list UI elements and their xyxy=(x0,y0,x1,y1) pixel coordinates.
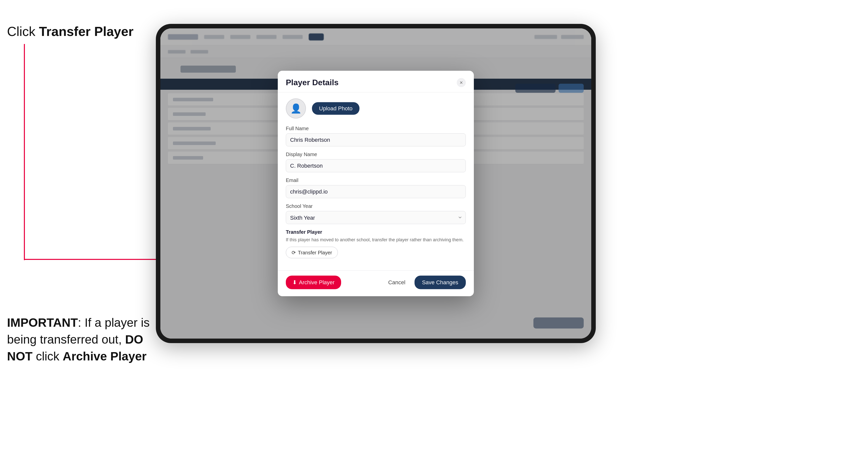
email-group: Email xyxy=(286,178,466,198)
school-year-group: School Year Sixth Year First Year Second… xyxy=(286,203,466,224)
transfer-player-button[interactable]: ⟳ Transfer Player xyxy=(286,247,338,258)
archive-label: Archive Player xyxy=(63,350,147,363)
full-name-input[interactable] xyxy=(286,133,466,147)
display-name-label: Display Name xyxy=(286,152,466,157)
transfer-section-description: If this player has moved to another scho… xyxy=(286,237,466,243)
archive-icon: ⬇ xyxy=(292,279,297,286)
transfer-section: Transfer Player If this player has moved… xyxy=(286,229,466,258)
transfer-section-label: Transfer Player xyxy=(286,229,466,235)
instruction-text-4: click xyxy=(32,350,63,363)
player-details-modal: Player Details × 👤 Upload Photo Full Nam… xyxy=(278,71,474,296)
email-input[interactable] xyxy=(286,185,466,198)
full-name-group: Full Name xyxy=(286,126,466,147)
school-year-label: School Year xyxy=(286,203,466,209)
modal-body: 👤 Upload Photo Full Name Display Name Em… xyxy=(278,93,474,271)
modal-header: Player Details × xyxy=(278,71,474,93)
archive-player-button[interactable]: ⬇ Archive Player xyxy=(286,276,341,289)
avatar: 👤 xyxy=(286,98,306,119)
display-name-input[interactable] xyxy=(286,159,466,173)
modal-title: Player Details xyxy=(286,78,339,87)
email-label: Email xyxy=(286,178,466,183)
instruction-prefix: Click xyxy=(7,24,39,39)
save-changes-button[interactable]: Save Changes xyxy=(414,276,466,289)
school-year-select[interactable]: Sixth Year First Year Second Year Third … xyxy=(286,211,466,224)
modal-footer: ⬇ Archive Player Cancel Save Changes xyxy=(278,271,474,296)
full-name-label: Full Name xyxy=(286,126,466,131)
cancel-button[interactable]: Cancel xyxy=(383,276,410,289)
instruction-top: Click Transfer Player xyxy=(7,24,133,39)
instruction-bold: Transfer Player xyxy=(39,24,133,39)
photo-section: 👤 Upload Photo xyxy=(286,98,466,119)
instruction-bottom: IMPORTANT: If a player is being transfer… xyxy=(7,314,153,365)
annotation-line-vertical xyxy=(24,44,25,260)
modal-close-button[interactable]: × xyxy=(457,78,466,87)
upload-photo-button[interactable]: Upload Photo xyxy=(312,102,360,115)
important-label: IMPORTANT xyxy=(7,316,78,329)
tablet-screen: Player Details × 👤 Upload Photo Full Nam… xyxy=(160,28,591,339)
transfer-button-label: Transfer Player xyxy=(298,250,332,255)
transfer-icon: ⟳ xyxy=(291,250,296,256)
tablet-device: Player Details × 👤 Upload Photo Full Nam… xyxy=(156,24,596,343)
display-name-group: Display Name xyxy=(286,152,466,173)
archive-button-label: Archive Player xyxy=(299,279,335,286)
person-icon: 👤 xyxy=(290,103,302,114)
